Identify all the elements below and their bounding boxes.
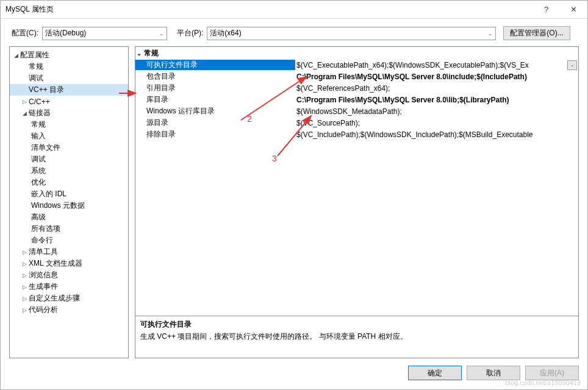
platform-combobox[interactable]: 活动(x64) ⌄: [207, 27, 496, 40]
tree-item[interactable]: ▷清单工具: [10, 246, 128, 258]
window-title-bar: MySQL 属性页 ? ✕: [1, 1, 587, 19]
platform-value: 活动(x64): [210, 28, 241, 38]
tree-item[interactable]: ▷生成事件: [10, 281, 128, 292]
tree-item[interactable]: ▶调试: [10, 73, 128, 84]
tree-item[interactable]: ▷XML 文档生成器: [10, 258, 128, 269]
description-text: 生成 VC++ 项目期间，搜索可执行文件时使用的路径。 与环境变量 PATH 相…: [140, 332, 573, 342]
config-combobox[interactable]: 活动(Debug) ⌄: [42, 27, 167, 40]
description-panel: 可执行文件目录 生成 VC++ 项目期间，搜索可执行文件时使用的路径。 与环境变…: [135, 316, 579, 358]
config-label: 配置(C):: [12, 28, 38, 38]
tree-item[interactable]: ▷浏览信息: [10, 269, 128, 281]
caret-down-icon: ⌄: [137, 50, 142, 57]
tree-item[interactable]: ▶常规: [10, 61, 128, 73]
description-title: 可执行文件目录: [140, 319, 573, 330]
property-grid[interactable]: ⌄ 常规 可执行文件目录 $(VC_ExecutablePath_x64);$(…: [135, 46, 579, 316]
tree-item[interactable]: 输入: [10, 130, 128, 142]
tree-item[interactable]: 命令行: [10, 235, 128, 246]
property-tree[interactable]: ◢配置属性 ▶常规 ▶调试 VC++ 目录 ▷C/C++ ◢链接器 常规 输入 …: [9, 46, 129, 358]
grid-row-library-dirs[interactable]: 库目录 C:\Program Files\MySQL\MySQL Server …: [135, 94, 578, 105]
grid-group-header[interactable]: ⌄ 常规: [135, 47, 578, 59]
grid-row-source-dirs[interactable]: 源目录 $(VC_SourcePath);: [135, 117, 578, 129]
dropdown-button[interactable]: ⌄: [567, 60, 577, 70]
tree-item[interactable]: 调试: [10, 154, 128, 165]
tree-root[interactable]: ◢配置属性: [10, 49, 128, 61]
ok-button[interactable]: 确定: [408, 366, 462, 380]
tree-item[interactable]: 嵌入的 IDL: [10, 188, 128, 200]
tree-item[interactable]: 优化: [10, 177, 128, 188]
grid-row-include-dirs[interactable]: 包含目录 C:\Program Files\MySQL\MySQL Server…: [135, 71, 578, 82]
grid-row-reference-dirs[interactable]: 引用目录 $(VC_ReferencesPath_x64);: [135, 82, 578, 94]
close-button[interactable]: ✕: [560, 1, 587, 19]
tree-item-vcpp-dirs[interactable]: VC++ 目录: [10, 84, 128, 96]
config-value: 活动(Debug): [45, 28, 86, 38]
chevron-down-icon: ⌄: [488, 30, 493, 37]
apply-button[interactable]: 应用(A): [525, 366, 579, 380]
config-manager-button[interactable]: 配置管理器(O)...: [503, 26, 570, 40]
config-toolbar: 配置(C): 活动(Debug) ⌄ 平台(P): 活动(x64) ⌄ 配置管理…: [1, 19, 587, 46]
tree-item[interactable]: ▷自定义生成步骤: [10, 292, 128, 304]
tree-item[interactable]: 所有选项: [10, 223, 128, 235]
watermark: blog.csdn.net/a19990413: [505, 379, 581, 386]
tree-item[interactable]: 高级: [10, 211, 128, 223]
tree-item[interactable]: Windows 元数据: [10, 200, 128, 211]
dialog-button-row: 确定 取消 应用(A): [1, 358, 587, 388]
tree-item-linker[interactable]: ◢链接器: [10, 107, 128, 119]
cancel-button[interactable]: 取消: [467, 366, 520, 380]
platform-label: 平台(P):: [177, 28, 203, 38]
tree-item[interactable]: 常规: [10, 119, 128, 130]
window-title: MySQL 属性页: [5, 4, 532, 15]
grid-row-executable-dirs[interactable]: 可执行文件目录 $(VC_ExecutablePath_x64);$(Windo…: [135, 59, 578, 71]
chevron-down-icon: ⌄: [159, 30, 164, 37]
grid-row-exclude-dirs[interactable]: 排除目录 $(VC_IncludePath);$(WindowsSDK_Incl…: [135, 129, 578, 140]
tree-item[interactable]: 系统: [10, 165, 128, 177]
grid-row-winrt-dirs[interactable]: Windows 运行库目录 $(WindowsSDK_MetadataPath)…: [135, 105, 578, 117]
tree-item[interactable]: ▷代码分析: [10, 304, 128, 316]
tree-item[interactable]: ▷C/C++: [10, 96, 128, 107]
help-button[interactable]: ?: [532, 1, 560, 19]
tree-item[interactable]: 清单文件: [10, 142, 128, 154]
